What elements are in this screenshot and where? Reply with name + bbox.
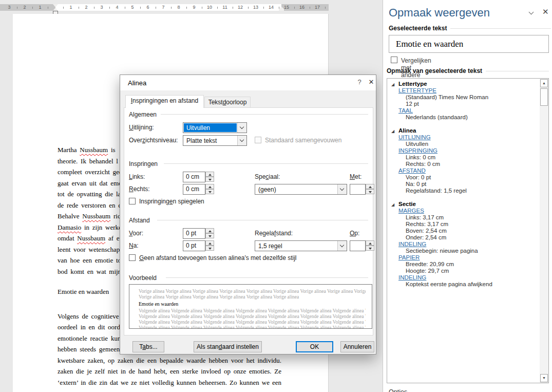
chevron-down-icon[interactable] [337, 241, 347, 251]
ok-button[interactable]: OK [296, 341, 333, 352]
formatting-tree-text[interactable]: UITLIJNING [398, 134, 431, 140]
spinner-down-icon[interactable] [366, 189, 374, 194]
spinner-up-icon[interactable] [366, 240, 374, 246]
formatting-tree-row: ◢ Regelafstand: 1,5 regel [387, 188, 537, 194]
mirror-indents-label: Inspringingen spiegelen [139, 198, 204, 205]
scrollbar-thumb[interactable] [540, 88, 548, 106]
outline-level-dropdown[interactable]: Platte tekst [183, 135, 247, 146]
formatting-tree-text[interactable]: Alinea [398, 127, 416, 134]
spinner-down-icon[interactable] [366, 246, 374, 251]
spellcheck-underline: Nussbaum [80, 146, 108, 154]
ruler-number: 6 [146, 5, 149, 10]
no-space-same-style-checkbox[interactable] [129, 254, 136, 261]
formatting-tree-text[interactable]: Links: 3,17 cm [406, 214, 444, 220]
ruler-tick [125, 7, 125, 9]
indent-left-input[interactable]: 0 cm [183, 172, 205, 182]
formatting-tree-text[interactable]: Rechts: 3,17 cm [406, 221, 448, 227]
preview-sample-text: Emotie en waarden [139, 301, 372, 307]
formatting-tree-text[interactable]: Rechts: 0 cm [406, 161, 440, 167]
spinner-down-icon[interactable] [205, 177, 214, 182]
formatting-tree-text[interactable]: Na: 0 pt [406, 181, 426, 187]
tab-indents-and-spacing[interactable]: Inspringingen en afstand [125, 95, 204, 108]
ruler-tick [325, 7, 326, 9]
formatting-tree-text[interactable]: Onder: 2,54 cm [406, 234, 446, 240]
ruler-number: 12 [238, 5, 243, 10]
formatting-tree-text[interactable]: Regelafstand: 1,5 regel [406, 188, 467, 194]
reveal-formatting-pane: Opmaak weergeven ✕ Geselecteerde tekst E… [383, 0, 552, 392]
spinner-down-icon[interactable] [205, 246, 214, 251]
chevron-down-icon[interactable] [237, 136, 246, 145]
formatting-tree-text[interactable]: INDELING [398, 241, 426, 247]
indent-right-input[interactable]: 0 cm [183, 184, 205, 195]
spellcheck-underline: Damasio [58, 223, 81, 231]
tabs-button[interactable]: Tabs... [132, 341, 164, 352]
formatting-tree-text[interactable]: Breedte: 20,99 cm [406, 261, 454, 267]
section-general: Algemeen [129, 111, 160, 118]
formatting-tree-text[interactable]: AFSTAND [398, 167, 426, 174]
spacing-before-input[interactable]: 0 pt [183, 228, 205, 239]
chevron-down-icon[interactable] [337, 184, 347, 194]
collapsed-by-default-checkbox[interactable] [255, 137, 261, 143]
at-label: Op: [350, 230, 359, 237]
ruler-number: 3 [100, 5, 103, 10]
scrollbar[interactable]: ▲ ▼ [540, 79, 548, 383]
formatting-tree-text[interactable]: INSPRINGING [398, 147, 437, 154]
formatting-tree-text[interactable]: LETTERTYPE [398, 87, 436, 94]
cancel-button[interactable]: Annuleren [340, 341, 374, 352]
formatting-tree-text[interactable]: Links: 0 cm [406, 154, 435, 160]
scrollbar-down-icon[interactable]: ▼ [540, 374, 548, 382]
formatting-tree-row: ◢ (Standaard) Times New Roman [387, 94, 537, 101]
formatting-tree-text[interactable]: Lettertype [398, 81, 427, 87]
mirror-indents-checkbox[interactable] [129, 198, 136, 204]
preview-next-line: Volgende alinea Volgende alinea Volgende… [139, 320, 366, 325]
at-input[interactable] [350, 240, 366, 251]
section-spacing: Afstand [129, 217, 153, 224]
preview-next-line: Volgende alinea Volgende alinea Volgende… [139, 308, 366, 314]
formatting-tree-text[interactable]: Uitvullen [406, 141, 428, 147]
formatting-tree-text[interactable]: MARGES [398, 208, 424, 214]
compare-selection-checkbox[interactable] [391, 57, 397, 63]
formatting-tree-text[interactable]: Boven: 2,54 cm [406, 228, 447, 234]
spinner-down-icon[interactable] [205, 189, 214, 194]
ruler-tick [63, 7, 64, 9]
spinner-up-icon[interactable] [366, 184, 374, 189]
formatting-tree-text[interactable]: 12 pt [406, 101, 419, 107]
spacing-after-label: Na: [129, 242, 139, 249]
spinner-down-icon[interactable] [205, 233, 214, 238]
set-as-default-button[interactable]: Als standaard instellen [194, 341, 262, 352]
preview-previous-line: Vorige alinea Vorige alinea Vorige aline… [139, 289, 366, 294]
options-button[interactable]: Opties... [389, 388, 413, 392]
ruler-text-area [55, 4, 281, 11]
close-icon[interactable]: ✕ [542, 7, 549, 16]
spinner-up-icon[interactable] [205, 240, 214, 246]
tab-text-flow[interactable]: Tekstdoorloop [204, 97, 251, 108]
formatting-tree-text[interactable]: Sectie [398, 201, 416, 207]
chevron-down-icon[interactable] [528, 9, 536, 16]
spinner-up-icon[interactable] [205, 172, 214, 177]
line-spacing-dropdown[interactable]: 1,5 regel [255, 240, 347, 251]
formatting-tree-text[interactable]: Sectiebegin: nieuwe pagina [406, 248, 478, 254]
by-input[interactable] [350, 184, 366, 195]
formatting-tree-text[interactable]: TAAL [398, 107, 413, 114]
scrollbar-up-icon[interactable]: ▲ [540, 79, 548, 87]
spinner-up-icon[interactable] [205, 184, 214, 189]
special-dropdown[interactable]: (geen) [255, 184, 347, 195]
formatting-tree-row: ◢ [387, 121, 537, 127]
formatting-tree-text[interactable]: Hoogte: 29,7 cm [406, 268, 449, 274]
formatting-tree-text[interactable]: INDELING [398, 274, 426, 281]
help-icon[interactable]: ? [354, 78, 365, 87]
selected-text-header: Geselecteerde tekst [389, 25, 551, 32]
formatting-tree-text[interactable]: Nederlands (standaard) [406, 114, 468, 120]
document-line: kwetsbare zaken, op zaken die een bepaal… [58, 355, 281, 366]
formatting-tree-text[interactable]: Voor: 0 pt [406, 174, 431, 180]
spacing-after-input[interactable]: 0 pt [183, 240, 205, 251]
formatting-tree-text[interactable]: PAPIER [398, 254, 420, 260]
dialog-titlebar[interactable]: Alinea ? ✕ [120, 75, 376, 90]
close-icon[interactable]: ✕ [366, 78, 377, 87]
formatting-tree-text[interactable]: (Standaard) Times New Roman [406, 94, 488, 100]
spinner-up-icon[interactable] [205, 228, 214, 233]
alignment-dropdown[interactable]: Uitvullen [183, 122, 247, 133]
formatting-tree-text[interactable]: Koptekst eerste pagina afwijkend [406, 281, 492, 287]
selected-text-sample-box[interactable]: Emotie en waarden [389, 35, 549, 53]
chevron-down-icon[interactable] [237, 123, 246, 133]
